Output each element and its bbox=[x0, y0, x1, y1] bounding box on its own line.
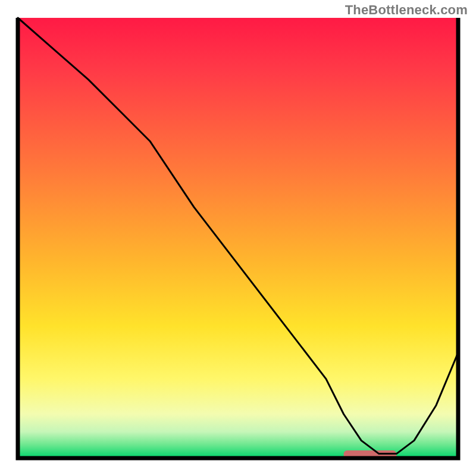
plot-background bbox=[18, 18, 458, 458]
chart-stage: TheBottleneck.com bbox=[0, 0, 476, 476]
chart-svg bbox=[0, 0, 476, 476]
